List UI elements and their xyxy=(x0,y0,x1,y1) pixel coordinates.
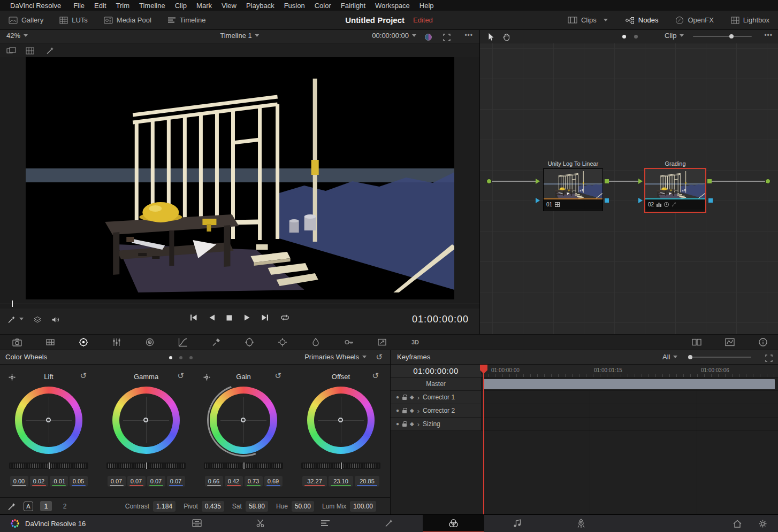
timeline-select[interactable]: Timeline 1 xyxy=(220,32,259,40)
menu-view[interactable]: View xyxy=(217,2,241,10)
gain-r-value[interactable]: 0.42 xyxy=(225,476,243,487)
palette-page-dots[interactable] xyxy=(169,356,193,359)
track-row-corrector2[interactable]: ● ◆ › Corrector 2 xyxy=(391,404,778,418)
audio-mute-icon[interactable] xyxy=(51,315,60,323)
sizing-palette-icon[interactable] xyxy=(377,337,387,348)
lift-wheel[interactable] xyxy=(15,387,82,454)
keyframe-diamond-icon[interactable]: ◆ xyxy=(410,408,414,413)
node-view-select[interactable]: Clip xyxy=(665,32,684,40)
reset-all-icon[interactable]: ↺ xyxy=(376,352,383,362)
hue-value[interactable]: 50.00 xyxy=(292,501,314,512)
lock-icon[interactable] xyxy=(402,423,407,427)
go-to-end-button[interactable] xyxy=(261,314,269,321)
menu-mark[interactable]: Mark xyxy=(192,2,217,10)
power-window-palette-icon[interactable] xyxy=(244,337,255,348)
cut-page-button[interactable] xyxy=(256,519,265,528)
rgb-mixer-palette-icon[interactable] xyxy=(111,337,122,348)
node-zoom-knob[interactable] xyxy=(729,34,734,38)
menu-clip[interactable]: Clip xyxy=(170,2,192,10)
lift-reset-icon[interactable]: ↺ xyxy=(80,371,87,381)
pivot-value[interactable]: 0.435 xyxy=(202,501,224,512)
timeline-button[interactable]: Timeline xyxy=(167,16,206,24)
keyframes-expand-icon[interactable] xyxy=(765,353,773,362)
openfx-button[interactable]: OpenFX xyxy=(675,16,713,25)
menu-app[interactable]: DaVinci Resolve xyxy=(5,2,68,10)
viewer-more-icon[interactable]: ••• xyxy=(464,32,473,39)
node-tree-output-dot[interactable] xyxy=(765,179,771,184)
track-enable-dot[interactable]: ● xyxy=(396,408,399,413)
track-row-master[interactable]: Master xyxy=(391,377,778,391)
picker-wand-icon[interactable] xyxy=(7,502,17,510)
wheels-mode-select[interactable]: Primaries Wheels xyxy=(304,353,367,361)
play-reverse-button[interactable] xyxy=(208,314,215,321)
media-pool-button[interactable]: Media Pool xyxy=(104,16,151,24)
expand-viewer-icon[interactable] xyxy=(443,33,451,41)
keyframes-zoom-knob[interactable] xyxy=(688,355,692,359)
gamma-wheel[interactable] xyxy=(112,387,180,454)
keyframes-filter-select[interactable]: All xyxy=(662,353,677,361)
play-button[interactable] xyxy=(243,314,250,321)
lift-picker-icon[interactable] xyxy=(9,373,16,381)
sat-value[interactable]: 58.80 xyxy=(246,501,268,512)
split-screen-icon[interactable] xyxy=(691,337,702,348)
track-enable-dot[interactable]: ● xyxy=(396,421,399,427)
lock-icon[interactable] xyxy=(402,397,407,400)
offset-reset-icon[interactable]: ↺ xyxy=(372,371,379,381)
stop-button[interactable] xyxy=(226,314,233,321)
fairlight-page-button[interactable] xyxy=(513,519,522,528)
video-viewer[interactable] xyxy=(26,57,454,299)
gain-reset-icon[interactable]: ↺ xyxy=(274,371,281,381)
deliver-page-button[interactable] xyxy=(576,519,586,528)
gain-master-wheel[interactable] xyxy=(204,462,283,469)
jog-playhead[interactable] xyxy=(12,300,13,307)
lift-master-wheel[interactable] xyxy=(9,462,88,469)
project-manager-home-icon[interactable] xyxy=(733,519,742,528)
zoom-select[interactable]: 42% xyxy=(6,32,28,40)
node-more-icon[interactable]: ••• xyxy=(764,32,773,39)
stereo-3d-palette-icon[interactable]: 3D xyxy=(410,337,421,348)
lock-icon[interactable] xyxy=(402,410,407,413)
gain-g-value[interactable]: 0.73 xyxy=(245,476,263,487)
node-unity-log-to-linear[interactable]: Unity Log To Linear 01 xyxy=(543,168,603,211)
camera-raw-palette-icon[interactable] xyxy=(12,337,22,348)
fusion-page-button[interactable] xyxy=(385,519,394,528)
bypass-grades-icon[interactable] xyxy=(424,33,432,41)
wipe-modes-icon[interactable] xyxy=(33,315,42,323)
menu-edit[interactable]: Edit xyxy=(89,2,111,10)
scopes-icon[interactable] xyxy=(724,337,735,348)
grab-still-button[interactable] xyxy=(7,315,24,323)
gain-balance-indicator[interactable] xyxy=(241,418,246,422)
color-wheels-palette-icon[interactable] xyxy=(78,337,89,348)
gallery-button[interactable]: Gallery xyxy=(9,16,43,24)
gain-picker-icon[interactable] xyxy=(203,373,210,381)
menu-fusion[interactable]: Fusion xyxy=(279,2,310,10)
color-match-palette-icon[interactable] xyxy=(45,337,56,348)
keyframes-ruler[interactable]: 01:00:00:00 01:00:01:15 01:00:03:06 xyxy=(482,365,778,377)
source-input-dot[interactable] xyxy=(486,179,492,184)
gamma-master-wheel[interactable] xyxy=(106,462,186,469)
keyframes-zoom-slider[interactable] xyxy=(688,357,751,358)
settings-gear-icon[interactable] xyxy=(758,519,767,528)
lift-y-value[interactable]: 0.00 xyxy=(10,476,28,487)
node-grading[interactable]: Grading 02 xyxy=(644,168,706,213)
qualifier-palette-icon[interactable] xyxy=(211,337,222,348)
gamma-y-value[interactable]: 0.07 xyxy=(108,476,126,487)
loop-button[interactable] xyxy=(280,314,290,321)
menu-fairlight[interactable]: Fairlight xyxy=(336,2,370,10)
track-enable-dot[interactable]: ● xyxy=(396,395,399,400)
menu-color[interactable]: Color xyxy=(310,2,336,10)
select-tool-icon[interactable] xyxy=(487,32,494,41)
gamma-g-value[interactable]: 0.07 xyxy=(147,476,165,487)
node-graph[interactable]: Unity Log To Linear 01 Grading xyxy=(480,43,778,334)
gamma-r-value[interactable]: 0.07 xyxy=(127,476,146,487)
go-to-start-button[interactable] xyxy=(189,314,197,321)
adjust-page-1-button[interactable]: 1 xyxy=(40,501,52,511)
keyframes-playhead[interactable] xyxy=(483,365,484,514)
menu-workspace[interactable]: Workspace xyxy=(370,2,415,10)
gamma-balance-indicator[interactable] xyxy=(143,418,148,422)
motion-effects-palette-icon[interactable] xyxy=(144,337,155,348)
lift-g-value[interactable]: -0.01 xyxy=(50,476,68,487)
edit-page-button[interactable] xyxy=(321,519,330,528)
media-page-button[interactable] xyxy=(192,519,202,528)
menu-playback[interactable]: Playback xyxy=(241,2,279,10)
